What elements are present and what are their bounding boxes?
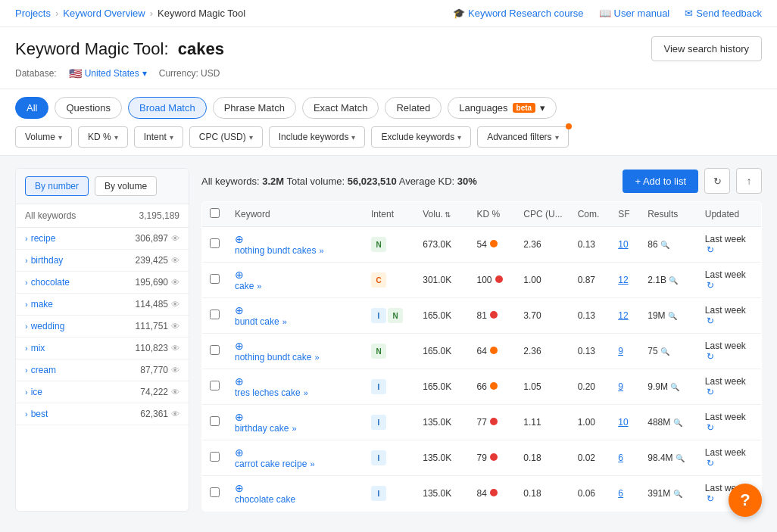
add-keyword-icon[interactable]: ⊕ [235, 340, 244, 352]
sf-link[interactable]: 9 [618, 381, 623, 392]
export-button[interactable]: ↑ [736, 168, 762, 194]
eye-icon[interactable]: 👁 [171, 278, 179, 287]
sidebar-keyword-link[interactable]: wedding [31, 321, 65, 331]
languages-button[interactable]: Languages beta ▾ [448, 97, 557, 119]
sort-by-volume-button[interactable]: By volume [95, 176, 157, 196]
sidebar-item[interactable]: › wedding 111,751 👁 [16, 316, 189, 338]
row-refresh-icon[interactable]: ↻ [707, 280, 714, 291]
sf-link[interactable]: 9 [618, 346, 623, 356]
row-checkbox[interactable] [210, 274, 220, 284]
row-refresh-icon[interactable]: ↻ [707, 493, 714, 504]
sidebar-item[interactable]: › best 62,361 👁 [16, 403, 189, 425]
sf-link[interactable]: 12 [618, 275, 628, 285]
row-refresh-icon[interactable]: ↻ [707, 422, 714, 433]
add-keyword-icon[interactable]: ⊕ [235, 375, 244, 387]
sidebar-keyword-link[interactable]: make [31, 299, 53, 310]
sf-link[interactable]: 6 [618, 453, 623, 463]
advanced-filters-button[interactable]: Advanced filters ▾ [477, 126, 568, 148]
sidebar-item[interactable]: › make 114,485 👁 [16, 294, 189, 316]
add-keyword-icon[interactable]: ⊕ [235, 446, 244, 459]
row-refresh-icon[interactable]: ↻ [707, 244, 714, 255]
eye-icon[interactable]: 👁 [171, 344, 179, 353]
sidebar-keyword-link[interactable]: birthday [31, 255, 64, 266]
exclude-keywords-filter[interactable]: Exclude keywords ▾ [371, 126, 471, 148]
sf-link[interactable]: 10 [618, 417, 628, 428]
tab-related[interactable]: Related [385, 97, 442, 119]
keyword-link[interactable]: nothing bundt cakes » [235, 245, 356, 256]
send-feedback-link[interactable]: ✉ Send feedback [685, 8, 762, 19]
row-checkbox[interactable] [210, 452, 220, 462]
sf-link[interactable]: 12 [618, 310, 628, 321]
keyword-link[interactable]: birthday cake » [235, 423, 356, 434]
keyword-link[interactable]: tres leches cake » [235, 387, 356, 398]
col-header-volume[interactable]: Volu. ⇅ [415, 202, 469, 227]
eye-icon[interactable]: 👁 [171, 300, 179, 309]
keyword-link[interactable]: nothing bundt cake » [235, 352, 356, 362]
tab-exact-match[interactable]: Exact Match [302, 97, 379, 119]
select-all-checkbox[interactable] [210, 208, 220, 218]
sidebar-item[interactable]: › chocolate 195,690 👁 [16, 272, 189, 294]
row-refresh-icon[interactable]: ↻ [707, 351, 714, 362]
add-keyword-icon[interactable]: ⊕ [235, 482, 244, 494]
row-checkbox[interactable] [210, 345, 220, 355]
kd-filter[interactable]: KD % ▾ [78, 126, 128, 148]
row-checkbox[interactable] [210, 381, 220, 390]
sidebar-item[interactable]: › cream 87,770 👁 [16, 359, 189, 381]
sf-link[interactable]: 6 [618, 488, 623, 499]
sidebar-item[interactable]: › birthday 239,425 👁 [16, 250, 189, 272]
eye-icon[interactable]: 👁 [171, 409, 179, 418]
row-checkbox[interactable] [210, 238, 220, 248]
tab-all[interactable]: All [15, 97, 48, 119]
add-to-list-button[interactable]: + Add to list [623, 170, 698, 193]
sidebar-keyword-link[interactable]: best [31, 409, 48, 419]
eye-icon[interactable]: 👁 [171, 387, 179, 397]
sidebar-item[interactable]: › mix 110,823 👁 [16, 338, 189, 359]
eye-icon[interactable]: 👁 [171, 322, 179, 331]
add-keyword-icon[interactable]: ⊕ [235, 269, 244, 281]
volume-filter[interactable]: Volume ▾ [15, 126, 72, 148]
sf-link[interactable]: 10 [618, 239, 628, 250]
include-keywords-filter[interactable]: Include keywords ▾ [269, 126, 366, 148]
help-fab-button[interactable]: ? [729, 484, 762, 517]
row-checkbox[interactable] [210, 416, 220, 426]
volume-sort-control[interactable]: Volu. ⇅ [423, 209, 451, 219]
keyword-link[interactable]: cake » [235, 281, 356, 291]
sidebar-keyword-link[interactable]: recipe [31, 233, 56, 244]
add-keyword-icon[interactable]: ⊕ [235, 304, 244, 316]
database-value-link[interactable]: 🇺🇸 United States ▾ [69, 67, 147, 79]
row-refresh-icon[interactable]: ↻ [707, 316, 714, 326]
cpc-cell: 1.00 [516, 263, 569, 298]
eye-icon[interactable]: 👁 [171, 366, 179, 375]
sidebar-keyword-link[interactable]: ice [31, 387, 42, 397]
user-manual-link[interactable]: 📖 User manual [599, 8, 670, 19]
breadcrumb-projects[interactable]: Projects [15, 8, 51, 19]
intent-filter[interactable]: Intent ▾ [134, 126, 183, 148]
keyword-cell: ⊕ bundt cake » [227, 298, 364, 334]
refresh-button[interactable]: ↻ [704, 168, 730, 194]
tab-questions[interactable]: Questions [55, 97, 122, 119]
keyword-research-course-link[interactable]: 🎓 Keyword Research course [453, 8, 583, 19]
add-keyword-icon[interactable]: ⊕ [235, 233, 244, 245]
sidebar-item[interactable]: › ice 74,222 👁 [16, 381, 189, 403]
row-refresh-icon[interactable]: ↻ [707, 387, 714, 397]
breadcrumb-keyword-overview[interactable]: Keyword Overview [63, 8, 145, 19]
sidebar-keyword-link[interactable]: chocolate [31, 277, 70, 288]
intent-badge: I [371, 379, 386, 394]
eye-icon[interactable]: 👁 [171, 234, 179, 243]
sort-by-number-button[interactable]: By number [25, 176, 89, 196]
keyword-link[interactable]: carrot cake recipe » [235, 459, 356, 469]
row-checkbox[interactable] [210, 310, 220, 319]
sidebar-item[interactable]: › recipe 306,897 👁 [16, 228, 189, 250]
row-checkbox[interactable] [210, 487, 220, 497]
keyword-link[interactable]: bundt cake » [235, 316, 356, 327]
row-refresh-icon[interactable]: ↻ [707, 458, 714, 468]
tab-broad-match[interactable]: Broad Match [128, 97, 207, 119]
eye-icon[interactable]: 👁 [171, 256, 179, 265]
sidebar-keyword-link[interactable]: mix [31, 343, 45, 353]
cpc-filter[interactable]: CPC (USD) ▾ [189, 126, 263, 148]
add-keyword-icon[interactable]: ⊕ [235, 411, 244, 423]
tab-phrase-match[interactable]: Phrase Match [213, 97, 296, 119]
view-history-button[interactable]: View search history [651, 36, 762, 61]
sidebar-keyword-link[interactable]: cream [31, 365, 56, 375]
keyword-link[interactable]: chocolate cake [235, 494, 356, 505]
